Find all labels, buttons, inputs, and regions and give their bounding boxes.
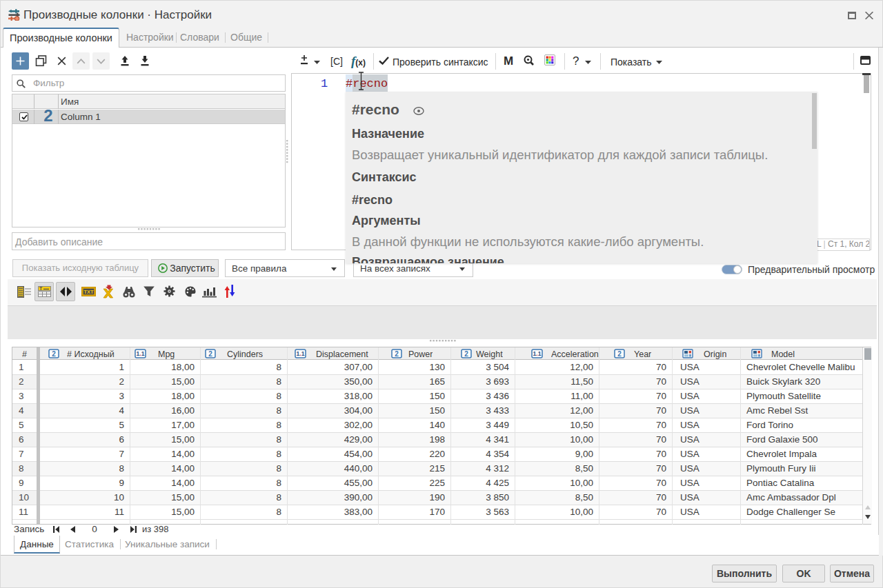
svg-text:2: 2 (395, 350, 399, 358)
svg-text:T: T (39, 286, 43, 291)
svg-text:1.1: 1.1 (533, 350, 542, 357)
svg-text:2: 2 (464, 350, 468, 358)
svg-text:TXT: TXT (84, 289, 94, 295)
svg-text:1.1: 1.1 (297, 350, 305, 357)
svg-text:2: 2 (208, 350, 212, 358)
svg-text:2: 2 (52, 350, 56, 358)
svg-text:2: 2 (617, 350, 622, 358)
svg-text:1.1: 1.1 (137, 350, 145, 357)
